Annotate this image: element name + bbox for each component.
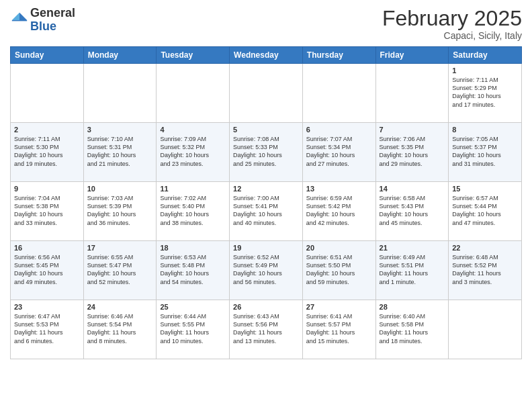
calendar-cell: 23Sunrise: 6:47 AMSunset: 5:53 PMDayligh… — [11, 300, 84, 359]
weekday-friday: Friday — [375, 47, 449, 64]
calendar-cell: 26Sunrise: 6:43 AMSunset: 5:56 PMDayligh… — [230, 300, 303, 359]
location-title: Capaci, Sicily, Italy — [382, 30, 522, 41]
calendar-cell: 13Sunrise: 6:59 AMSunset: 5:42 PMDayligh… — [302, 182, 375, 241]
week-row-3: 9Sunrise: 7:04 AMSunset: 5:38 PMDaylight… — [11, 182, 522, 241]
day-info: Sunrise: 6:40 AMSunset: 5:58 PMDaylight:… — [380, 313, 429, 344]
calendar-cell — [302, 64, 375, 123]
day-number: 11 — [160, 185, 226, 193]
day-number: 13 — [306, 185, 372, 193]
day-info: Sunrise: 6:56 AMSunset: 5:45 PMDaylight:… — [14, 254, 63, 285]
day-number: 5 — [233, 126, 299, 134]
calendar-cell: 18Sunrise: 6:53 AMSunset: 5:48 PMDayligh… — [157, 241, 230, 300]
calendar-cell: 21Sunrise: 6:49 AMSunset: 5:51 PMDayligh… — [375, 241, 449, 300]
day-number: 18 — [160, 244, 226, 252]
calendar-cell — [375, 64, 449, 123]
day-number: 1 — [452, 66, 518, 75]
calendar-cell: 8Sunrise: 7:05 AMSunset: 5:37 PMDaylight… — [449, 123, 522, 182]
week-row-5: 23Sunrise: 6:47 AMSunset: 5:53 PMDayligh… — [11, 300, 522, 359]
calendar-cell: 16Sunrise: 6:56 AMSunset: 5:45 PMDayligh… — [11, 241, 84, 300]
calendar-cell — [11, 64, 84, 123]
day-number: 24 — [87, 303, 153, 311]
day-number: 6 — [306, 126, 372, 134]
calendar-cell: 19Sunrise: 6:52 AMSunset: 5:49 PMDayligh… — [230, 241, 303, 300]
logo-general: General — [30, 6, 75, 19]
calendar-cell: 9Sunrise: 7:04 AMSunset: 5:38 PMDaylight… — [11, 182, 84, 241]
day-number: 27 — [306, 303, 372, 311]
day-number: 7 — [380, 126, 445, 134]
month-title: February 2025 — [382, 7, 522, 30]
calendar-cell: 20Sunrise: 6:51 AMSunset: 5:50 PMDayligh… — [302, 241, 375, 300]
day-number: 4 — [160, 126, 226, 134]
day-number: 10 — [87, 185, 153, 193]
calendar-cell: 15Sunrise: 6:57 AMSunset: 5:44 PMDayligh… — [449, 182, 522, 241]
week-row-2: 2Sunrise: 7:11 AMSunset: 5:30 PMDaylight… — [11, 123, 522, 182]
logo-area: General Blue — [10, 7, 75, 34]
day-number: 12 — [233, 185, 299, 193]
calendar-cell: 4Sunrise: 7:09 AMSunset: 5:32 PMDaylight… — [157, 123, 230, 182]
calendar-cell: 27Sunrise: 6:41 AMSunset: 5:57 PMDayligh… — [302, 300, 375, 359]
day-info: Sunrise: 6:55 AMSunset: 5:47 PMDaylight:… — [87, 254, 136, 285]
weekday-header-row: SundayMondayTuesdayWednesdayThursdayFrid… — [11, 47, 522, 64]
calendar: SundayMondayTuesdayWednesdayThursdayFrid… — [10, 46, 522, 359]
day-info: Sunrise: 6:57 AMSunset: 5:44 PMDaylight:… — [452, 195, 501, 226]
calendar-cell: 28Sunrise: 6:40 AMSunset: 5:58 PMDayligh… — [375, 300, 449, 359]
weekday-saturday: Saturday — [449, 47, 522, 64]
calendar-cell — [83, 64, 157, 123]
day-info: Sunrise: 7:07 AMSunset: 5:34 PMDaylight:… — [306, 136, 355, 167]
calendar-cell: 14Sunrise: 6:58 AMSunset: 5:43 PMDayligh… — [375, 182, 449, 241]
day-info: Sunrise: 7:09 AMSunset: 5:32 PMDaylight:… — [160, 136, 209, 167]
day-info: Sunrise: 6:53 AMSunset: 5:48 PMDaylight:… — [160, 254, 209, 285]
weekday-tuesday: Tuesday — [157, 47, 230, 64]
day-info: Sunrise: 6:47 AMSunset: 5:53 PMDaylight:… — [14, 313, 63, 344]
title-area: February 2025 Capaci, Sicily, Italy — [382, 7, 522, 41]
day-info: Sunrise: 6:51 AMSunset: 5:50 PMDaylight:… — [306, 254, 355, 285]
week-row-1: 1Sunrise: 7:11 AMSunset: 5:29 PMDaylight… — [11, 64, 522, 123]
day-number: 28 — [380, 303, 445, 311]
calendar-cell: 22Sunrise: 6:48 AMSunset: 5:52 PMDayligh… — [449, 241, 522, 300]
day-info: Sunrise: 7:05 AMSunset: 5:37 PMDaylight:… — [452, 136, 501, 167]
day-info: Sunrise: 6:43 AMSunset: 5:56 PMDaylight:… — [233, 313, 282, 344]
calendar-cell: 6Sunrise: 7:07 AMSunset: 5:34 PMDaylight… — [302, 123, 375, 182]
day-info: Sunrise: 6:58 AMSunset: 5:43 PMDaylight:… — [380, 195, 429, 226]
day-number: 8 — [452, 126, 518, 134]
day-info: Sunrise: 7:10 AMSunset: 5:31 PMDaylight:… — [87, 136, 136, 167]
day-number: 3 — [87, 126, 153, 134]
day-number: 19 — [233, 244, 299, 252]
day-info: Sunrise: 7:02 AMSunset: 5:40 PMDaylight:… — [160, 195, 209, 226]
day-number: 21 — [380, 244, 445, 252]
day-info: Sunrise: 6:49 AMSunset: 5:51 PMDaylight:… — [380, 254, 429, 285]
calendar-cell — [157, 64, 230, 123]
day-number: 14 — [380, 185, 445, 193]
calendar-cell: 1Sunrise: 7:11 AMSunset: 5:29 PMDaylight… — [449, 64, 522, 123]
day-info: Sunrise: 6:52 AMSunset: 5:49 PMDaylight:… — [233, 254, 282, 285]
day-number: 23 — [14, 303, 80, 311]
logo-text: General Blue — [30, 7, 75, 34]
day-number: 25 — [160, 303, 226, 311]
calendar-cell: 5Sunrise: 7:08 AMSunset: 5:33 PMDaylight… — [230, 123, 303, 182]
svg-marker-1 — [12, 13, 19, 20]
day-info: Sunrise: 7:00 AMSunset: 5:41 PMDaylight:… — [233, 195, 282, 226]
logo-icon — [10, 11, 29, 30]
calendar-cell: 2Sunrise: 7:11 AMSunset: 5:30 PMDaylight… — [11, 123, 84, 182]
calendar-cell — [449, 300, 522, 359]
weekday-sunday: Sunday — [11, 47, 84, 64]
day-info: Sunrise: 6:59 AMSunset: 5:42 PMDaylight:… — [306, 195, 355, 226]
calendar-cell: 24Sunrise: 6:46 AMSunset: 5:54 PMDayligh… — [83, 300, 157, 359]
svg-rect-2 — [12, 20, 27, 21]
calendar-cell: 3Sunrise: 7:10 AMSunset: 5:31 PMDaylight… — [83, 123, 157, 182]
day-info: Sunrise: 7:11 AMSunset: 5:30 PMDaylight:… — [14, 136, 63, 167]
day-info: Sunrise: 7:06 AMSunset: 5:35 PMDaylight:… — [380, 136, 429, 167]
day-info: Sunrise: 7:04 AMSunset: 5:38 PMDaylight:… — [14, 195, 63, 226]
weekday-thursday: Thursday — [302, 47, 375, 64]
day-number: 22 — [452, 244, 518, 252]
calendar-cell: 7Sunrise: 7:06 AMSunset: 5:35 PMDaylight… — [375, 123, 449, 182]
day-info: Sunrise: 7:08 AMSunset: 5:33 PMDaylight:… — [233, 136, 282, 167]
day-info: Sunrise: 6:46 AMSunset: 5:54 PMDaylight:… — [87, 313, 136, 344]
day-number: 20 — [306, 244, 372, 252]
calendar-cell: 12Sunrise: 7:00 AMSunset: 5:41 PMDayligh… — [230, 182, 303, 241]
weekday-wednesday: Wednesday — [230, 47, 303, 64]
page: General Blue February 2025 Capaci, Sicil… — [0, 0, 532, 411]
day-info: Sunrise: 6:44 AMSunset: 5:55 PMDaylight:… — [160, 313, 209, 344]
day-info: Sunrise: 7:03 AMSunset: 5:39 PMDaylight:… — [87, 195, 136, 226]
day-number: 16 — [14, 244, 80, 252]
